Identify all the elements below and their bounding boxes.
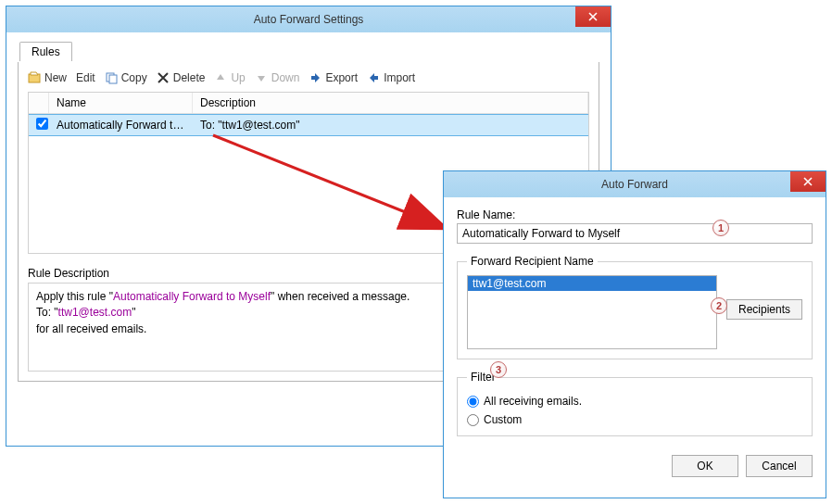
recipient-legend: Forward Recipient Name xyxy=(467,255,598,268)
recipient-item[interactable]: ttw1@test.com xyxy=(468,276,716,291)
tab-rules[interactable]: Rules xyxy=(19,42,72,61)
cancel-button[interactable]: Cancel xyxy=(746,455,813,477)
col-checkbox xyxy=(29,93,49,113)
rule-name-cell: Automatically Forward to... xyxy=(49,116,193,134)
desc-recipient-link[interactable]: ttw1@test.com xyxy=(58,306,132,319)
close-button[interactable] xyxy=(790,171,826,192)
new-icon xyxy=(28,71,41,84)
up-button: Up xyxy=(214,71,245,84)
col-name-header: Name xyxy=(49,93,193,113)
close-button[interactable] xyxy=(575,6,611,27)
export-button[interactable]: Export xyxy=(309,71,358,84)
recipient-fieldset: Forward Recipient Name ttw1@test.com Rec… xyxy=(457,255,813,359)
window-title: Auto Forward xyxy=(601,178,668,191)
table-row[interactable]: Automatically Forward to... To: "ttw1@te… xyxy=(29,114,588,136)
window-title: Auto Forward Settings xyxy=(254,13,364,26)
rule-checkbox[interactable] xyxy=(36,118,48,130)
ok-button[interactable]: OK xyxy=(672,455,738,477)
filter-custom-radio[interactable]: Custom xyxy=(467,413,802,426)
edit-button[interactable]: Edit xyxy=(76,71,95,84)
table-header: Name Description xyxy=(29,93,588,114)
titlebar: Auto Forward xyxy=(444,171,826,197)
filter-legend: Filter xyxy=(467,371,499,384)
rule-name-input[interactable] xyxy=(457,223,813,244)
delete-icon xyxy=(157,71,170,84)
desc-rule-link[interactable]: Automatically Forward to Myself xyxy=(113,290,271,303)
import-icon xyxy=(367,71,380,84)
toolbar: New Edit Copy Delete Up Down xyxy=(28,69,589,92)
dialog-buttons: OK Cancel xyxy=(444,446,826,477)
new-button[interactable]: New xyxy=(28,71,67,84)
titlebar: Auto Forward Settings xyxy=(6,6,611,32)
import-button[interactable]: Import xyxy=(367,71,415,84)
svg-rect-2 xyxy=(109,75,117,83)
arrow-up-icon xyxy=(214,71,227,84)
export-icon xyxy=(309,71,321,84)
rule-name-label: Rule Name: xyxy=(457,208,813,221)
col-desc-header: Description xyxy=(193,93,588,113)
arrow-down-icon xyxy=(255,71,268,84)
rule-desc-cell: To: "ttw1@test.com" xyxy=(193,116,588,134)
filter-fieldset: Filter All receiving emails. Custom xyxy=(457,371,813,436)
tab-strip: Rules xyxy=(18,42,599,62)
close-icon xyxy=(588,12,598,21)
copy-button[interactable]: Copy xyxy=(105,71,147,84)
delete-button[interactable]: Delete xyxy=(157,71,206,84)
filter-all-radio[interactable]: All receiving emails. xyxy=(467,395,802,408)
close-icon xyxy=(803,177,813,186)
auto-forward-dialog: Auto Forward Rule Name: Forward Recipien… xyxy=(443,170,826,498)
recipients-button[interactable]: Recipients xyxy=(726,299,802,320)
down-button: Down xyxy=(255,71,300,84)
copy-icon xyxy=(105,71,118,84)
recipient-list[interactable]: ttw1@test.com xyxy=(467,275,717,349)
